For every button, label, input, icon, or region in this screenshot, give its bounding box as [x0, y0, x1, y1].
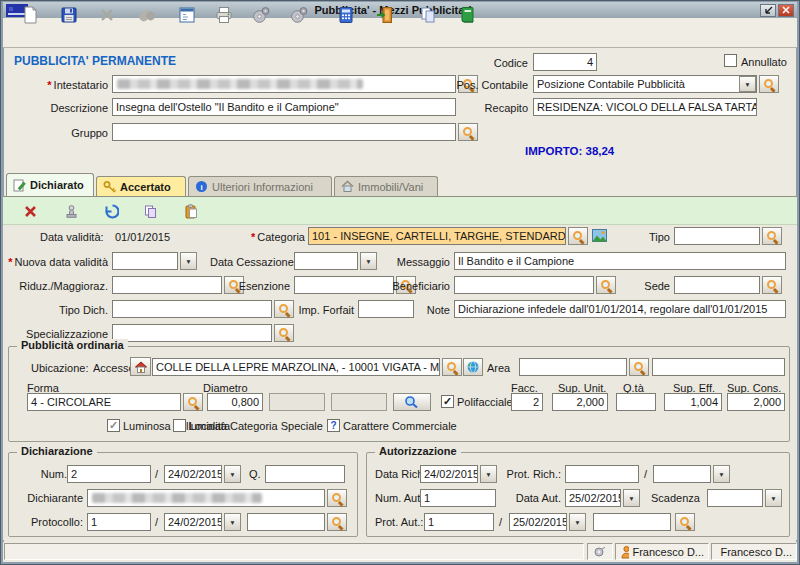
beneficiario-lookup-button[interactable] [596, 276, 616, 294]
new-record-icon[interactable] [18, 3, 42, 27]
area-lookup-button[interactable] [629, 358, 649, 376]
categoria-image-icon[interactable] [592, 229, 607, 242]
pos-contabile-lookup-button[interactable] [759, 75, 779, 93]
prot-rich-field[interactable] [565, 465, 639, 483]
data-aut-dropdown-button[interactable] [623, 489, 640, 507]
sede-lookup-button[interactable] [762, 276, 782, 294]
beneficiario-field[interactable] [454, 276, 594, 294]
num-date-dropdown-button[interactable] [224, 465, 241, 483]
map-globe-button[interactable] [463, 358, 483, 376]
save-icon[interactable] [57, 3, 81, 27]
sede-field[interactable] [674, 276, 760, 294]
gruppo-field[interactable] [112, 123, 456, 141]
luminosa-checkbox[interactable] [107, 419, 120, 432]
ubicazione-field[interactable]: COLLE DELLA LEPRE MARZOLINA, - 10001 VIG… [152, 358, 440, 376]
undo-icon[interactable] [103, 203, 119, 219]
protocollo-lookup-button[interactable] [327, 513, 347, 531]
prot-aut-dropdown-button[interactable] [569, 513, 586, 531]
note-field[interactable]: Dichiarazione infedele dall'01/01/2014, … [454, 300, 786, 318]
paste-icon[interactable] [183, 203, 199, 219]
num-field[interactable]: 2 [67, 465, 151, 483]
tipo-field[interactable] [674, 227, 760, 245]
carattere-commerciale-checkbox[interactable] [327, 419, 340, 432]
specializzazione-field[interactable] [112, 324, 272, 342]
q-field[interactable] [265, 465, 345, 483]
codice-field[interactable]: 4 [533, 53, 597, 71]
stamp-icon[interactable] [63, 203, 79, 219]
esenzione-field[interactable] [294, 276, 394, 294]
specializzazione-lookup-button[interactable] [274, 324, 294, 342]
sup-eff-field[interactable]: 1,004 [664, 393, 722, 411]
categoria-lookup-button[interactable] [568, 227, 588, 245]
messaggio-field[interactable]: Il Bandito e il Campione [454, 252, 786, 270]
gruppo-lookup-button[interactable] [458, 123, 478, 141]
accesso-house-button[interactable] [130, 357, 151, 376]
protocollo-field[interactable]: 1 [87, 513, 151, 531]
prot-rich-date-field[interactable] [653, 465, 711, 483]
scadenza-dropdown-button[interactable] [765, 489, 782, 507]
calculator-icon[interactable] [334, 3, 358, 27]
protocollo-date-dropdown-button[interactable] [224, 513, 241, 531]
protocollo-extra-field[interactable] [247, 513, 325, 531]
dichiarante-lookup-button[interactable] [327, 489, 347, 507]
zoom-detail-button[interactable] [393, 393, 431, 411]
status-tool-panel[interactable] [587, 543, 613, 560]
annullato-checkbox[interactable] [724, 54, 737, 67]
dichiarante-field[interactable] [87, 489, 325, 507]
copy-record-icon[interactable] [416, 3, 440, 27]
data-rich-dropdown-button[interactable] [480, 465, 497, 483]
utility-disc-1-icon[interactable] [249, 3, 273, 27]
restore-button[interactable] [760, 4, 776, 17]
status-user-panel-1[interactable]: Francesco D... [615, 543, 709, 560]
find-icon[interactable] [135, 3, 159, 27]
data-aut-field[interactable]: 25/02/2015 [565, 489, 621, 507]
prot-aut-date-field[interactable]: 25/02/2015 [509, 513, 567, 531]
prot-rich-dropdown-button[interactable] [713, 465, 730, 483]
tab-dichiarato[interactable]: Dichiarato [6, 173, 94, 196]
diametro-field[interactable]: 0,800 [207, 393, 263, 411]
forma-field[interactable]: 4 - CIRCOLARE [27, 393, 181, 411]
nuova-data-field[interactable] [112, 252, 178, 270]
copy-pages-icon[interactable] [142, 203, 158, 219]
area-field[interactable] [519, 358, 627, 376]
facc-field[interactable]: 2 [511, 393, 543, 411]
pos-contabile-dropdown-button[interactable] [739, 76, 756, 92]
riduz-field[interactable] [112, 276, 222, 294]
tipo-dich-field[interactable] [112, 300, 272, 318]
status-user-panel-2[interactable]: i Francesco D... [711, 543, 797, 560]
scadenza-field[interactable] [707, 489, 763, 507]
forma-lookup-button[interactable] [183, 393, 203, 411]
descrizione-field[interactable]: Insegna dell'Ostello "Il Bandito e il Ca… [112, 98, 456, 116]
data-rich-field[interactable]: 24/02/2015 [420, 465, 478, 483]
num-date-field[interactable]: 24/02/2015 [164, 465, 222, 483]
ubicazione-lookup-button[interactable] [442, 358, 462, 376]
print-icon[interactable] [212, 3, 236, 27]
sup-unit-field[interactable]: 2,000 [552, 393, 608, 411]
exit-icon[interactable] [373, 3, 397, 27]
intestatario-field[interactable] [112, 75, 456, 93]
categoria-field[interactable]: 101 - INSEGNE, CARTELLI, TARGHE, STENDAR… [308, 227, 566, 245]
tab-accertato[interactable]: Accertato [96, 176, 186, 196]
tab-ulteriori-informazioni[interactable]: i Ulteriori Informazioni [188, 176, 332, 196]
delete-row-icon[interactable] [22, 203, 38, 219]
delete-icon[interactable] [95, 3, 119, 27]
tab-immobili-vani[interactable]: Immobili/Vani [334, 176, 438, 196]
tipo-lookup-button[interactable] [762, 227, 782, 245]
qta-field[interactable] [616, 393, 656, 411]
nuova-data-dropdown-button[interactable] [180, 252, 197, 270]
pos-contabile-combo[interactable]: Posizione Contabile Pubblicità [533, 75, 757, 93]
prot-aut-lookup-button[interactable] [675, 513, 695, 531]
polifacciale-checkbox[interactable] [441, 395, 454, 408]
data-cessazione-field[interactable] [294, 252, 358, 270]
data-cessazione-dropdown-button[interactable] [360, 252, 377, 270]
area-description-field[interactable] [652, 358, 785, 376]
security-icon[interactable] [455, 3, 479, 27]
recapito-field[interactable]: RESIDENZA: VICOLO DELLA FALSA TARTARUGA,… [533, 98, 757, 116]
utility-disc-2-icon[interactable] [287, 3, 311, 27]
protocollo-date-field[interactable]: 24/02/2015 [164, 513, 222, 531]
num-aut-field[interactable]: 1 [420, 489, 496, 507]
prot-aut-extra-field[interactable] [593, 513, 671, 531]
imp-forfait-field[interactable] [358, 300, 414, 318]
sup-cons-field[interactable]: 2,000 [727, 393, 785, 411]
tipo-dich-lookup-button[interactable] [274, 300, 294, 318]
